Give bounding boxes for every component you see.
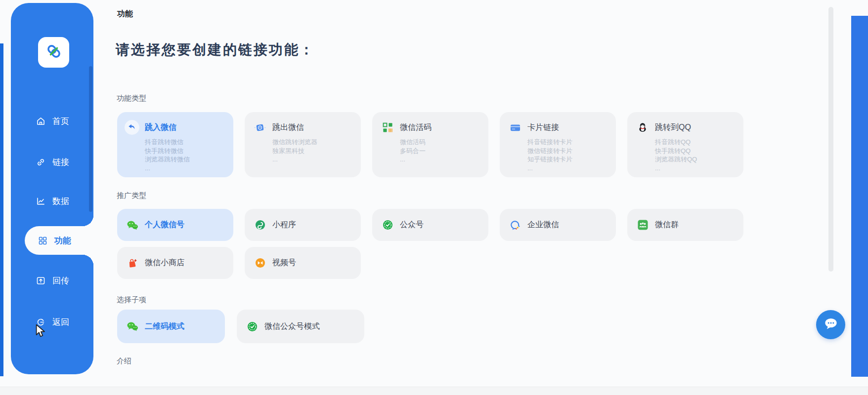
official-account-icon xyxy=(382,219,393,231)
card-detail-line: 独家黑科技 xyxy=(272,147,356,156)
sidebar-item-label: 首页 xyxy=(52,116,69,127)
card-title: 二维码模式 xyxy=(145,321,184,332)
card-detail-line: ... xyxy=(145,164,228,173)
wechat-icon xyxy=(127,320,138,332)
card-details: 抖音链接转卡片微信链接转卡片知乎链接转卡片... xyxy=(527,138,611,172)
sidebar-item-label: 数据 xyxy=(52,196,69,207)
scrollbar[interactable] xyxy=(828,7,833,272)
option-card[interactable]: 微信小商店 xyxy=(117,247,233,279)
card-details: 微信跳转浏览器独家黑科技... xyxy=(272,138,356,164)
window-left-edge xyxy=(0,43,3,376)
page-title: 请选择您要创建的链接功能： xyxy=(116,40,315,59)
chat-bubble-icon xyxy=(822,315,840,335)
card-detail-line: 浏览器跳转微信 xyxy=(145,155,228,164)
card-title: 微信群 xyxy=(655,220,679,230)
sidebar-item-label: 链接 xyxy=(52,157,69,168)
sidebar-item-label: 回传 xyxy=(52,275,69,286)
video-account-icon xyxy=(254,257,266,269)
option-card[interactable]: 视频号 xyxy=(245,247,361,279)
card-detail-line: 多码合一 xyxy=(400,147,483,156)
sidebar: 首页链接数据功能回传返回 xyxy=(11,3,93,374)
sidebar-item-data[interactable]: 数据 xyxy=(11,190,93,212)
card-detail-line: 抖音跳转QQ xyxy=(655,138,738,147)
option-card[interactable]: 公众号 xyxy=(372,209,488,241)
breadcrumb: 功能 xyxy=(117,9,133,19)
promo-type-cards: 个人微信号小程序公众号企业微信微信群微信小商店视频号 xyxy=(117,209,744,279)
card-detail-line: ... xyxy=(527,164,611,173)
section-label-intro: 介绍 xyxy=(117,356,131,366)
card-title: 微信公众号模式 xyxy=(264,321,320,332)
option-card[interactable]: 跳出微信微信跳转浏览器独家黑科技... xyxy=(245,112,361,177)
sidebar-item-features[interactable]: 功能 xyxy=(25,226,93,255)
sidebar-item-label: 返回 xyxy=(52,316,69,328)
card-detail-line: ... xyxy=(400,155,483,164)
card-detail-line: 知乎链接转卡片 xyxy=(527,155,611,164)
card-detail-line: ... xyxy=(272,155,356,164)
card-detail-line: 抖音链接转卡片 xyxy=(527,138,611,147)
card-detail-line: 微信活码 xyxy=(400,138,483,147)
card-detail-line: 微信跳转浏览器 xyxy=(272,138,356,147)
app-logo[interactable] xyxy=(38,37,69,68)
function-type-cards: 跳入微信抖音跳转微信快手跳转微信浏览器跳转微信...跳出微信微信跳转浏览器独家黑… xyxy=(117,112,743,177)
option-card[interactable]: 跳入微信抖音跳转微信快手跳转微信浏览器跳转微信... xyxy=(117,112,233,177)
jump-in-wechat-icon xyxy=(125,120,139,135)
wechat-live-qr-icon xyxy=(382,121,393,133)
option-card[interactable]: 个人微信号 xyxy=(117,209,233,241)
option-card[interactable]: 企业微信 xyxy=(500,209,616,241)
card-details: 抖音跳转微信快手跳转微信浏览器跳转微信... xyxy=(145,138,228,172)
qq-icon xyxy=(637,121,649,133)
card-title: 视频号 xyxy=(272,258,296,268)
home-icon xyxy=(36,116,46,126)
option-card[interactable]: 微信活码微信活码多码合一... xyxy=(372,112,488,177)
jump-out-wechat-icon xyxy=(254,121,266,133)
official-account-icon xyxy=(246,320,258,332)
section-label-subitem: 选择子项 xyxy=(117,295,146,305)
upload-icon xyxy=(36,276,46,286)
card-detail-line: 抖音跳转微信 xyxy=(145,138,228,147)
card-detail-line: ... xyxy=(655,164,738,173)
card-title: 跳入微信 xyxy=(145,122,176,133)
section-label-function-type: 功能类型 xyxy=(117,94,146,103)
wechat-icon xyxy=(127,219,138,231)
card-link-icon xyxy=(509,121,521,133)
card-title: 微信小商店 xyxy=(145,258,184,268)
option-card[interactable]: 微信公众号模式 xyxy=(237,310,364,343)
sidebar-item-label: 功能 xyxy=(54,235,71,246)
back-icon xyxy=(36,317,46,327)
card-title: 企业微信 xyxy=(527,220,559,230)
card-title: 公众号 xyxy=(400,220,424,230)
option-card[interactable]: 微信群 xyxy=(627,209,743,241)
grid-icon xyxy=(38,236,48,246)
work-wechat-icon xyxy=(509,219,521,231)
mini-program-icon xyxy=(254,219,266,231)
option-card[interactable]: 二维码模式 xyxy=(117,310,225,343)
chat-fab-button[interactable] xyxy=(816,310,845,339)
window-right-edge xyxy=(851,16,868,377)
card-title: 跳转到QQ xyxy=(655,122,691,133)
sidebar-item-back[interactable]: 返回 xyxy=(11,311,93,333)
card-title: 个人微信号 xyxy=(145,220,184,230)
sidebar-item-home[interactable]: 首页 xyxy=(11,110,93,132)
card-title: 跳出微信 xyxy=(272,122,304,133)
card-title: 卡片链接 xyxy=(527,122,559,133)
link-icon xyxy=(36,157,46,167)
option-card[interactable]: 小程序 xyxy=(245,209,361,241)
wechat-group-icon xyxy=(637,219,649,231)
card-detail-line: 快手跳转微信 xyxy=(145,147,228,156)
card-details: 微信活码多码合一... xyxy=(400,138,483,164)
subitem-cards: 二维码模式微信公众号模式 xyxy=(117,310,364,343)
section-label-promo-type: 推广类型 xyxy=(117,191,146,200)
wechat-shop-icon xyxy=(127,257,138,269)
link-logo-icon xyxy=(44,41,64,63)
card-title: 小程序 xyxy=(272,220,296,230)
sidebar-item-upload[interactable]: 回传 xyxy=(11,270,93,291)
card-details: 抖音跳转QQ快手跳转QQ浏览器跳转QQ... xyxy=(655,138,738,172)
option-card[interactable]: 卡片链接抖音链接转卡片微信链接转卡片知乎链接转卡片... xyxy=(500,112,616,177)
chart-icon xyxy=(36,196,46,206)
sidebar-item-links[interactable]: 链接 xyxy=(11,151,93,173)
card-detail-line: 浏览器跳转QQ xyxy=(655,155,738,164)
bottom-edge-area xyxy=(0,387,868,395)
option-card[interactable]: 跳转到QQ抖音跳转QQ快手跳转QQ浏览器跳转QQ... xyxy=(627,112,743,177)
card-detail-line: 微信链接转卡片 xyxy=(527,147,611,156)
card-title: 微信活码 xyxy=(400,122,432,133)
